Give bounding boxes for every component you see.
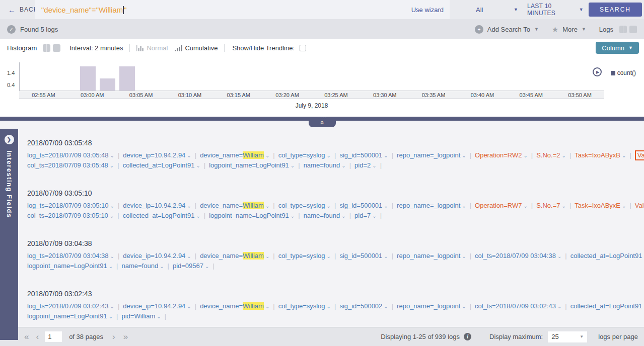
field-repo_name[interactable]: repo_name=_logpoint⌄	[397, 252, 466, 260]
field-col_ts[interactable]: col_ts=2018/07/09 03:04:38⌄	[475, 252, 561, 260]
field-logpoint_name[interactable]: logpoint_name=LogPoint91⌄	[27, 262, 113, 270]
field-log_ts[interactable]: log_ts=2018/07/09 03:02:43⌄	[27, 302, 114, 310]
interesting-fields-title: Interesting Fields	[6, 150, 13, 218]
field-pid[interactable]: pid=09567⌄	[173, 262, 209, 270]
field-device_ip[interactable]: device_ip=10.94.2.94⌄	[123, 151, 191, 159]
field-log_ts[interactable]: log_ts=2018/07/09 03:05:48⌄	[27, 151, 114, 159]
add-search-to-button[interactable]: + Add Search To ▼	[475, 25, 539, 34]
field-name[interactable]: name=found⌄	[304, 161, 346, 169]
field-col_type[interactable]: col_type=syslog⌄	[278, 302, 331, 310]
field-device_ip[interactable]: device_ip=10.94.2.94⌄	[123, 252, 191, 260]
chevron-down-icon: ⌄	[327, 153, 331, 158]
drag-dots-icon: ·····	[317, 117, 326, 120]
field-Value[interactable]: Value=read2⌄	[635, 150, 644, 160]
trendline-checkbox[interactable]	[300, 45, 306, 51]
field-log_ts[interactable]: log_ts=2018/07/09 03:05:10⌄	[27, 202, 114, 209]
column-dropdown-button[interactable]: Column ▼	[596, 42, 639, 54]
field-key: repo_name=	[397, 202, 434, 209]
field-value: 2018/07/09 03:05:10	[48, 212, 108, 219]
field-sig_id[interactable]: sig_id=500001⌄	[339, 202, 388, 209]
field-collected_at[interactable]: collected_at=LogPoint91⌄	[123, 161, 200, 169]
next-page-button[interactable]: ›	[112, 332, 115, 341]
field-sig_id[interactable]: sig_id=500001⌄	[339, 252, 388, 260]
field-separator: |	[470, 302, 471, 310]
field-log_ts[interactable]: log_ts=2018/07/09 03:04:38⌄	[27, 252, 114, 260]
log-timestamp: 2018/07/09 03:05:10	[27, 189, 644, 197]
cumulative-mode-button[interactable]: Cumulative	[175, 44, 218, 52]
field-Task[interactable]: Task=IxoAByxE⌄	[575, 202, 626, 209]
field-col_ts[interactable]: col_ts=2018/07/09 03:05:48⌄	[27, 161, 114, 169]
histogram-bar[interactable]	[100, 78, 115, 91]
field-device_name[interactable]: device_name=William⌄	[200, 252, 269, 260]
field-repo_name[interactable]: repo_name=_logpoint⌄	[397, 151, 466, 159]
field-collected_at[interactable]: collected_at=LogPoint91⌄	[570, 252, 644, 260]
collapse-chart-button[interactable]: ····· «	[309, 117, 336, 127]
last-page-button[interactable]: »	[123, 332, 128, 341]
x-axis-tick: 03:05 AM	[129, 92, 153, 98]
field-col_ts[interactable]: col_ts=2018/07/09 03:05:10⌄	[27, 212, 114, 219]
field-logpoint_name[interactable]: logpoint_name=LogPoint91⌄	[209, 212, 295, 219]
use-wizard-link[interactable]: Use wizard	[411, 6, 444, 14]
field-col_type[interactable]: col_type=syslog⌄	[278, 202, 331, 209]
field-Value[interactable]: Value=read7⌄	[635, 202, 644, 209]
search-query-input[interactable]: "device_name"="William" Use wizard	[35, 0, 450, 19]
field-device_name[interactable]: device_name=William⌄	[200, 202, 269, 209]
more-button[interactable]: ★ More ▼	[552, 26, 586, 33]
field-Operation[interactable]: Operation=RW7⌄	[475, 202, 528, 209]
field-col_ts[interactable]: col_ts=2018/07/09 03:02:43⌄	[475, 302, 561, 310]
field-logpoint_name[interactable]: logpoint_name=LogPoint91⌄	[27, 312, 113, 320]
field-repo_name[interactable]: repo_name=_logpoint⌄	[397, 302, 466, 310]
field-device_name[interactable]: device_name=William⌄	[200, 151, 269, 159]
field-device_ip[interactable]: device_ip=10.94.2.94⌄	[123, 202, 191, 209]
normal-mode-button[interactable]: Normal	[136, 44, 168, 52]
field-col_type[interactable]: col_type=syslog⌄	[278, 151, 331, 159]
field-S.No.[interactable]: S.No.=2⌄	[536, 151, 566, 159]
field-key: sig_id=	[339, 151, 361, 159]
x-axis-tick: 03:25 AM	[324, 92, 347, 98]
field-collected_at[interactable]: collected_at=LogPoint91⌄	[570, 302, 644, 310]
play-button[interactable]: ▶	[593, 67, 602, 76]
time-range-dropdown[interactable]: LAST 10 MINUTES ▼	[527, 3, 584, 17]
histogram-column-toggle-icon[interactable]	[43, 44, 50, 52]
field-device_name[interactable]: device_name=William⌄	[200, 302, 269, 310]
field-sig_id[interactable]: sig_id=500001⌄	[339, 151, 388, 159]
field-device_ip[interactable]: device_ip=10.94.2.94⌄	[123, 302, 191, 310]
search-button[interactable]: SEARCH	[589, 3, 642, 17]
field-Operation[interactable]: Operation=RW2⌄	[475, 151, 528, 159]
histogram-bar[interactable]	[119, 66, 135, 91]
previous-page-button[interactable]: ‹	[36, 332, 39, 341]
field-logpoint_name[interactable]: logpoint_name=LogPoint91⌄	[209, 161, 295, 169]
first-page-button[interactable]: «	[24, 332, 29, 341]
page-number-input[interactable]	[45, 331, 62, 342]
field-name[interactable]: name=found⌄	[304, 212, 346, 219]
repo-scope-dropdown[interactable]: All ▼	[476, 6, 518, 14]
field-pid[interactable]: pid=2⌄	[354, 161, 377, 169]
display-maximum-select[interactable]: 25 ▼	[548, 331, 587, 342]
field-value: 10.94.2.94	[155, 252, 185, 260]
field-Task[interactable]: Task=IxoAByxB⌄	[575, 151, 626, 159]
field-repo_name[interactable]: repo_name=_logpoint⌄	[397, 202, 466, 209]
column-view-toggle-icon[interactable]	[619, 26, 627, 33]
histogram-grid-toggle-icon[interactable]	[53, 44, 60, 52]
field-collected_at[interactable]: collected_at=LogPoint91⌄	[123, 212, 200, 219]
chevron-down-icon: ⌄	[187, 153, 191, 158]
field-S.No.[interactable]: S.No.=7⌄	[536, 202, 566, 209]
field-col_type[interactable]: col_type=syslog⌄	[278, 252, 331, 260]
caret-down-icon: ▼	[628, 45, 633, 50]
interesting-fields-panel[interactable]: ❯ Interesting Fields	[0, 129, 18, 340]
field-sig_id[interactable]: sig_id=500002⌄	[339, 302, 388, 310]
grid-view-toggle-icon[interactable]	[629, 26, 637, 33]
expand-panel-icon[interactable]: ❯	[5, 135, 14, 144]
field-pid[interactable]: pid=7⌄	[354, 212, 377, 219]
field-key: sig_id=	[339, 302, 361, 310]
field-separator: |	[349, 161, 351, 169]
back-button[interactable]: ← BACK	[0, 6, 35, 14]
divider	[129, 44, 130, 52]
info-icon[interactable]: i	[464, 333, 471, 340]
field-separator: |	[334, 252, 336, 260]
field-name[interactable]: name=found⌄	[121, 262, 164, 270]
chevron-down-icon: ⌄	[160, 264, 164, 269]
field-pid[interactable]: pid=William⌄	[121, 312, 161, 320]
histogram-bar[interactable]	[80, 66, 96, 91]
x-axis-tick: 03:50 AM	[568, 92, 591, 98]
